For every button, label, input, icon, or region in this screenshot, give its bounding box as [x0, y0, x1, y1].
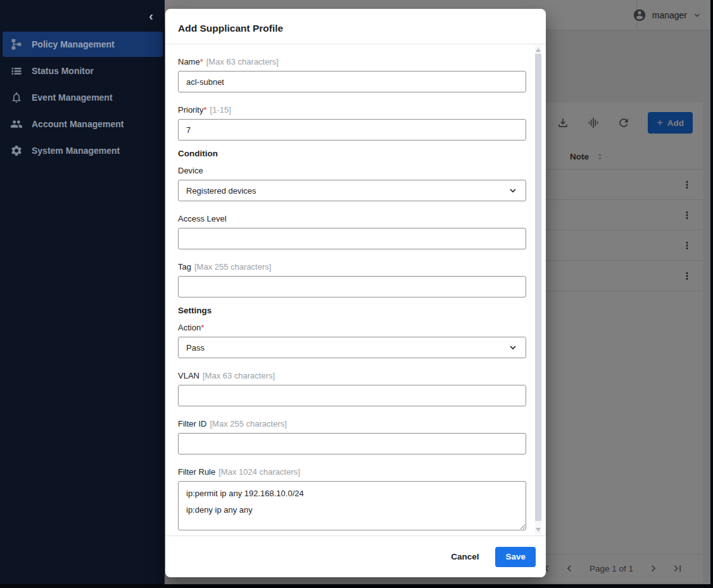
device-select-value: Registered devices [186, 186, 256, 196]
gear-icon [10, 144, 23, 157]
scroll-up-arrow-icon[interactable] [536, 48, 541, 52]
priority-input[interactable] [178, 119, 526, 141]
vlan-label: VLAN[Max 63 characters] [178, 371, 524, 380]
app-window: ‹ Policy Management Status Monitor Event… [0, 0, 713, 588]
vlan-field-group: VLAN[Max 63 characters] [178, 371, 524, 406]
filter-rule-label: Filter Rule[Max 1024 characters] [178, 467, 524, 477]
chevron-down-icon [508, 185, 518, 196]
priority-hint: [1-15] [210, 105, 231, 115]
action-field-group: Action* Pass [178, 323, 524, 358]
list-icon [10, 65, 23, 77]
dialog-body: Name*[Max 63 characters] Priority*[1-15]… [165, 44, 546, 535]
tag-label: Tag[Max 255 characters] [178, 262, 524, 272]
name-hint: [Max 63 characters] [206, 57, 279, 66]
tag-hint: [Max 255 characters] [194, 262, 271, 272]
name-input[interactable] [178, 71, 526, 92]
sidebar-item-label: Policy Management [32, 39, 115, 49]
filter-id-input[interactable] [178, 433, 526, 454]
condition-section-heading: Condition [178, 149, 524, 158]
name-label: Name*[Max 63 characters] [178, 57, 524, 66]
access-level-label: Access Level [178, 214, 524, 223]
filter-id-hint: [Max 255 characters] [210, 419, 287, 428]
sidebar-item-label: System Management [32, 146, 120, 156]
sidebar-item-label: Event Management [32, 92, 113, 103]
filter-rule-hint: [Max 1024 characters] [218, 467, 300, 477]
tag-input[interactable] [178, 276, 526, 297]
required-asterisk: * [203, 105, 206, 115]
sidebar-item-label: Status Monitor [32, 66, 94, 76]
sidebar-item-label: Account Management [32, 119, 123, 129]
filter-rule-textarea[interactable]: ip:permit ip any 192.168.10.0/24 ip:deny… [178, 481, 526, 530]
dialog-title: Add Supplicant Profile [178, 23, 283, 34]
modal-scrollbar[interactable] [535, 46, 541, 534]
sidebar-item-policy-management[interactable]: Policy Management [3, 32, 163, 57]
filter-id-field-group: Filter ID[Max 255 characters] [178, 419, 524, 454]
dialog-header: Add Supplicant Profile [165, 9, 546, 44]
vlan-hint: [Max 63 characters] [203, 371, 275, 380]
priority-field-group: Priority*[1-15] [178, 105, 524, 141]
device-select[interactable]: Registered devices [178, 180, 526, 201]
settings-section-heading: Settings [178, 306, 524, 315]
sidebar-item-account-management[interactable]: Account Management [3, 111, 163, 137]
access-level-input[interactable] [178, 228, 526, 249]
required-asterisk: * [200, 57, 203, 66]
device-field-group: Device Registered devices [178, 166, 524, 201]
sidebar-item-status-monitor[interactable]: Status Monitor [3, 58, 163, 84]
add-supplicant-profile-dialog: Add Supplicant Profile Name*[Max 63 char… [165, 9, 546, 577]
dialog-footer: Cancel Save [165, 535, 546, 577]
filter-id-label: Filter ID[Max 255 characters] [178, 419, 524, 428]
sidebar-collapse-row: ‹ [0, 0, 165, 32]
bell-icon [10, 91, 23, 104]
action-select[interactable]: Pass [178, 337, 526, 358]
required-asterisk: * [201, 323, 204, 332]
scrollbar-thumb[interactable] [535, 54, 541, 521]
sidebar-item-system-management[interactable]: System Management [3, 138, 163, 163]
priority-label: Priority*[1-15] [178, 105, 524, 115]
name-field-group: Name*[Max 63 characters] [178, 57, 524, 92]
save-button[interactable]: Save [495, 547, 536, 567]
sidebar-item-event-management[interactable]: Event Management [3, 85, 163, 110]
schema-icon [10, 38, 23, 51]
collapse-sidebar-icon[interactable]: ‹ [149, 9, 153, 22]
action-select-value: Pass [186, 343, 205, 353]
scroll-down-arrow-icon[interactable] [536, 528, 541, 532]
action-label: Action* [178, 323, 524, 332]
vlan-input[interactable] [178, 385, 526, 406]
device-label: Device [178, 166, 524, 175]
access-level-field-group: Access Level [178, 214, 524, 249]
people-icon [10, 118, 23, 130]
cancel-button[interactable]: Cancel [451, 552, 479, 561]
filter-rule-field-group: Filter Rule[Max 1024 characters] ip:perm… [178, 467, 524, 533]
sidebar: ‹ Policy Management Status Monitor Event… [0, 0, 165, 584]
chevron-down-icon [508, 342, 518, 353]
tag-field-group: Tag[Max 255 characters] [178, 262, 524, 297]
